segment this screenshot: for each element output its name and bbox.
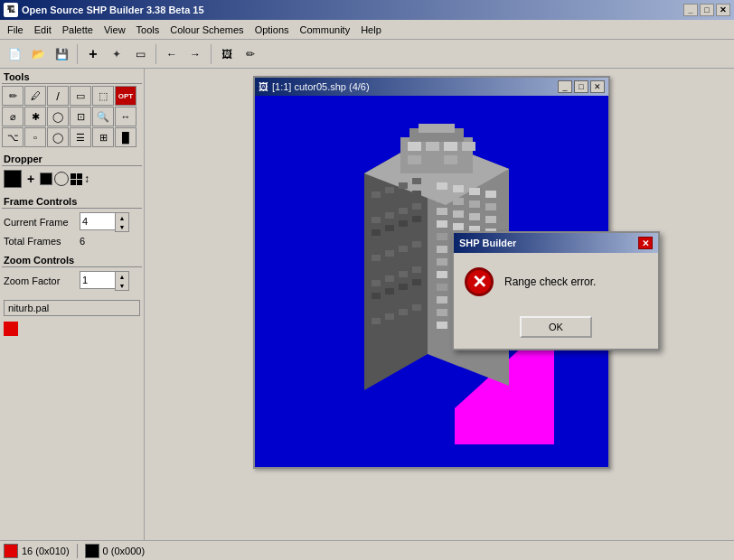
maximize-button[interactable]: □ [700,4,714,16]
window-12-1 [437,322,447,329]
open-button[interactable]: 📂 [27,43,49,65]
star-button[interactable]: ✦ [106,43,127,65]
tool-line[interactable]: / [47,86,69,106]
tool-opt[interactable]: OPT [115,86,136,106]
window-5-1 [437,233,447,240]
zoom-controls-title: Zoom Controls [2,254,142,267]
total-frames-row: Total Frames 6 [2,234,142,248]
menu-palette[interactable]: Palette [57,23,99,37]
tool-move[interactable]: ↔ [115,107,136,126]
tool-rect-fill[interactable]: ⬚ [92,86,114,106]
left-window-4 [412,178,421,184]
tool-zoom[interactable]: 🔍 [92,107,114,126]
window-3-2 [453,210,464,218]
frame-spin-down[interactable]: ▼ [116,222,128,231]
roof-penthouse [419,124,455,133]
shp-maximize[interactable]: □ [574,80,588,93]
draw-button[interactable]: ✏ [240,43,261,65]
zoom-factor-input[interactable]: 1 [80,271,116,289]
current-frame-label: Current Frame [4,217,76,228]
left-window-14 [385,225,394,231]
left-panel: Tools ✏ 🖊 / ▭ ⬚ OPT ⌀ ✱ ◯ ⊡ 🔍 ↔ ⌥ ▫ ◯ ☰ … [0,69,145,540]
tool-select[interactable]: ⊡ [70,107,91,126]
error-title: SHP Builder [459,238,638,248]
current-frame-input[interactable]: 4 [80,212,116,230]
zoom-spinner[interactable]: ▲ ▼ [115,271,129,291]
dropper-dots [71,173,82,185]
error-close-button[interactable]: ✕ [638,237,653,249]
menu-community[interactable]: Community [295,23,356,37]
window-title: Open Source SHP Builder 3.38 Beta 15 [22,5,683,15]
tool-small-rect[interactable]: ▫ [24,127,46,147]
main-area: Tools ✏ 🖊 / ▭ ⬚ OPT ⌀ ✱ ◯ ⊡ 🔍 ↔ ⌥ ▫ ◯ ☰ … [0,69,734,540]
left-window-20 [412,229,421,235]
frame-spin-up[interactable]: ▲ [116,213,128,222]
shp-close[interactable]: ✕ [590,80,605,93]
frame-button[interactable]: 🖼 [216,43,238,65]
dropper-color-small[interactable] [40,173,52,185]
left-window-27 [399,258,408,265]
frame-controls-section: Frame Controls Current Frame 4 ▲ ▼ Total… [2,195,142,248]
tool-block[interactable]: █ [115,127,136,147]
left-window-26 [385,263,394,269]
left-window-35 [399,284,408,290]
menu-colour-schemes[interactable]: Colour Schemes [165,23,249,37]
roof-win-2 [426,142,439,151]
tool-fill[interactable]: ☰ [70,127,91,147]
left-window-24 [412,241,421,247]
tool-star2[interactable]: ✱ [24,107,46,126]
left-window-28 [412,254,421,260]
window-3-3 [469,213,480,220]
palette-filename[interactable]: niturb.pal [4,300,140,316]
tool-circle-outline[interactable]: ◯ [47,107,69,126]
tool-wand[interactable]: ⌥ [2,127,24,147]
undo-button[interactable]: ← [161,43,183,65]
zoom-controls-section: Zoom Controls Zoom Factor 1 ▲ ▼ [2,254,142,293]
minimize-button[interactable]: _ [683,4,698,16]
left-window-40 [412,292,421,298]
ok-button[interactable]: OK [520,316,592,338]
menu-options[interactable]: Options [249,23,295,37]
window-11-1 [437,309,447,316]
status-color-2 [85,544,99,558]
tool-lasso[interactable]: ⌀ [2,107,24,126]
new-button[interactable]: 📄 [4,43,25,65]
dropper-title: Dropper [2,153,142,166]
left-window-37 [372,305,381,312]
left-window-16 [412,216,421,222]
menu-help[interactable]: Help [355,23,387,37]
total-frames-label: Total Frames [4,236,76,247]
menu-edit[interactable]: Edit [29,23,57,37]
dropper-color-black[interactable] [4,170,22,188]
menu-file[interactable]: File [2,23,29,37]
tool-rect-outline[interactable]: ▭ [70,86,91,106]
palette-color-1[interactable] [4,322,18,336]
window-2-1 [437,195,447,202]
shp-titlebar: 🖼 [1:1] cutor05.shp (4/6) _ □ ✕ [255,78,608,96]
shp-minimize[interactable]: _ [558,80,572,93]
window-7-1 [437,258,447,266]
left-window-25 [372,267,381,274]
zoom-factor-label: Zoom Factor [4,275,76,286]
left-window-23 [399,246,408,252]
close-button[interactable]: ✕ [716,4,730,16]
error-message: Range check error. [504,275,596,288]
redo-button[interactable]: → [184,43,206,65]
tool-ellipse[interactable]: ◯ [47,127,69,147]
tool-pen[interactable]: 🖊 [24,86,46,106]
error-body: ✕ Range check error. [454,253,658,311]
current-frame-spinner[interactable]: ▲ ▼ [115,212,129,232]
rect-button[interactable]: ▭ [129,43,151,65]
zoom-spin-down[interactable]: ▼ [116,281,128,290]
zoom-spin-up[interactable]: ▲ [116,272,128,281]
roof-win-5 [408,155,421,164]
menu-tools[interactable]: Tools [131,23,165,37]
save-button[interactable]: 💾 [51,43,72,65]
tool-grid[interactable]: ⊞ [92,127,114,147]
menu-view[interactable]: View [99,23,131,37]
palette-color-row [2,320,142,338]
add-button[interactable]: + [82,43,104,65]
window-8-1 [437,271,447,278]
roof-win-6 [426,155,439,164]
tool-pencil[interactable]: ✏ [2,86,24,106]
